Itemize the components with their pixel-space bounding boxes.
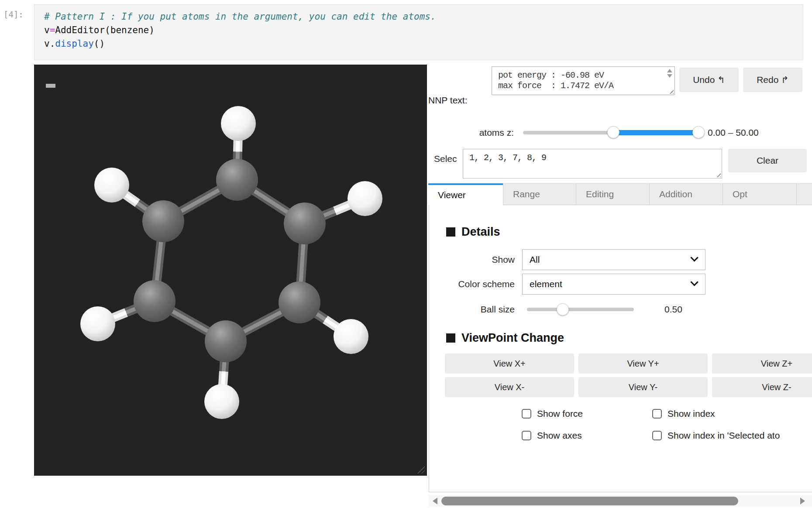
viewpoint-buttons: View X+View Y+View Z+View X-View Y-View …	[429, 354, 812, 397]
chevron-down-icon	[690, 278, 698, 286]
tab-editing[interactable]: Editing	[576, 183, 649, 205]
clear-selection-button[interactable]: Clear	[728, 149, 807, 172]
slider-track[interactable]	[523, 131, 613, 134]
scroll-up-icon[interactable]	[667, 69, 672, 72]
textarea-resize-icon[interactable]	[715, 172, 721, 177]
hydrogen-atom[interactable]	[204, 384, 239, 419]
ball-size-row: Ball size 0.50	[429, 301, 812, 318]
checkbox-unchecked-icon[interactable]	[522, 431, 531, 440]
tab-partial[interactable]	[796, 183, 812, 205]
ball-size-label: Ball size	[429, 304, 515, 315]
checkbox-item[interactable]: Show force	[522, 408, 652, 419]
carbon-atom[interactable]	[205, 320, 247, 362]
code-line: # Pattern I : If you put atoms in the ar…	[44, 10, 793, 24]
ball-size-slider[interactable]	[527, 303, 634, 316]
atoms-z-range-slider[interactable]	[523, 130, 698, 135]
checkbox-row: Show forceShow index	[429, 408, 812, 419]
textarea-resize-icon[interactable]	[668, 88, 674, 94]
selected-atoms-value: 1, 2, 3, 7, 8, 9	[469, 153, 546, 163]
checkbox-unchecked-icon[interactable]	[652, 431, 662, 440]
tab-addition[interactable]: Addition	[649, 183, 723, 205]
view-button-view-y+[interactable]: View Y+	[578, 354, 708, 374]
show-select[interactable]: All	[522, 249, 705, 270]
nnp-output-textarea[interactable]: pot energy : -60.98 eV max force : 1.747…	[492, 66, 675, 95]
details-heading: Details	[446, 225, 812, 239]
code-line: v.display()	[44, 37, 793, 51]
tabs: ViewerRangeEditingAdditionOpt	[428, 183, 812, 205]
view-button-view-z+[interactable]: View Z+	[712, 354, 812, 374]
show-row: Show All	[429, 249, 812, 270]
checkbox-item[interactable]: Show index in 'Selected ato	[652, 430, 812, 441]
slider-selected-range[interactable]	[608, 130, 698, 135]
show-select-value: All	[530, 254, 540, 265]
checkbox-unchecked-icon[interactable]	[522, 409, 531, 419]
slider-handle-low[interactable]	[607, 126, 619, 138]
viewer-collapse-dash-icon[interactable]	[46, 84, 55, 88]
slider-handle-high[interactable]	[692, 126, 705, 138]
chevron-down-icon	[690, 254, 698, 261]
color-scheme-select-value: element	[530, 279, 562, 289]
selected-atoms-label: Selec	[434, 154, 457, 164]
color-scheme-row: Color scheme element	[429, 274, 812, 295]
hydrogen-atom[interactable]	[348, 181, 382, 216]
section-square-icon	[446, 333, 455, 343]
view-button-view-z-[interactable]: View Z-	[712, 377, 812, 397]
atoms-z-range-value: 0.00 – 50.00	[708, 127, 759, 138]
color-scheme-label: Color scheme	[429, 279, 515, 289]
code-line: v=AddEditor(benzene)	[44, 24, 793, 37]
view-button-view-x-[interactable]: View X-	[445, 377, 574, 397]
hydrogen-atom[interactable]	[221, 106, 256, 141]
scrollbar-thumb[interactable]	[441, 497, 738, 505]
cell-prompt: [4]:	[3, 10, 24, 19]
checkbox-label: Show axes	[537, 430, 582, 441]
textarea-scrollbar[interactable]	[666, 68, 673, 86]
tab-viewer[interactable]: Viewer	[428, 183, 503, 205]
checkbox-item[interactable]: Show index	[652, 408, 812, 419]
nnp-text-label: NNP text:	[428, 95, 467, 106]
code-lines: # Pattern I : If you put atoms in the ar…	[44, 10, 793, 51]
scroll-down-icon[interactable]	[667, 74, 672, 78]
view-button-view-x+[interactable]: View X+	[445, 354, 574, 374]
editor-control-panel: pot energy : -60.98 eV max force : 1.747…	[428, 61, 812, 508]
checkbox-unchecked-icon[interactable]	[652, 409, 662, 419]
code-cell[interactable]: # Pattern I : If you put atoms in the ar…	[34, 4, 803, 60]
viewpoint-checkboxes: Show forceShow indexShow axesShow index …	[429, 408, 812, 441]
carbon-atom[interactable]	[134, 280, 175, 322]
show-label: Show	[429, 254, 515, 265]
scroll-left-icon[interactable]	[433, 498, 437, 505]
hydrogen-atom[interactable]	[80, 306, 115, 341]
checkbox-label: Show index	[667, 408, 715, 419]
checkbox-label: Show force	[537, 408, 583, 419]
carbon-atom[interactable]	[216, 159, 258, 201]
checkbox-label: Show index in 'Selected ato	[667, 430, 780, 441]
color-scheme-select[interactable]: element	[522, 274, 705, 295]
selected-atoms-textarea[interactable]: 1, 2, 3, 7, 8, 9	[463, 149, 722, 178]
hydrogen-atom[interactable]	[94, 168, 129, 203]
details-heading-text: Details	[461, 225, 500, 239]
ball-size-value: 0.50	[664, 304, 682, 315]
benzene-molecule	[34, 65, 427, 476]
molecule-viewer-canvas[interactable]	[34, 65, 427, 476]
view-button-view-y-[interactable]: View Y-	[578, 377, 708, 397]
checkbox-row: Show axesShow index in 'Selected ato	[429, 430, 812, 441]
slider-track[interactable]	[527, 308, 634, 311]
atoms-z-label: atoms z:	[428, 127, 514, 138]
checkbox-item[interactable]: Show axes	[522, 430, 652, 441]
tab-range[interactable]: Range	[503, 183, 576, 205]
horizontal-scrollbar[interactable]	[428, 495, 812, 507]
viewpoint-heading-text: ViewPoint Change	[461, 331, 564, 345]
nnp-output-text: pot energy : -60.98 eV max force : 1.747…	[498, 70, 613, 91]
carbon-atom[interactable]	[279, 281, 320, 323]
undo-button[interactable]: Undo ↰	[679, 68, 739, 92]
viewer-tab-panel: Details Show All Color scheme element Ba…	[429, 205, 812, 492]
hydrogen-atom[interactable]	[334, 319, 368, 354]
section-square-icon	[446, 227, 455, 237]
carbon-atom[interactable]	[284, 203, 326, 244]
slider-handle[interactable]	[557, 303, 569, 316]
carbon-atom[interactable]	[142, 200, 184, 242]
tab-opt[interactable]: Opt	[723, 183, 796, 205]
viewpoint-heading: ViewPoint Change	[446, 331, 812, 345]
scroll-right-icon[interactable]	[800, 498, 805, 505]
redo-button[interactable]: Redo ↱	[743, 68, 802, 92]
